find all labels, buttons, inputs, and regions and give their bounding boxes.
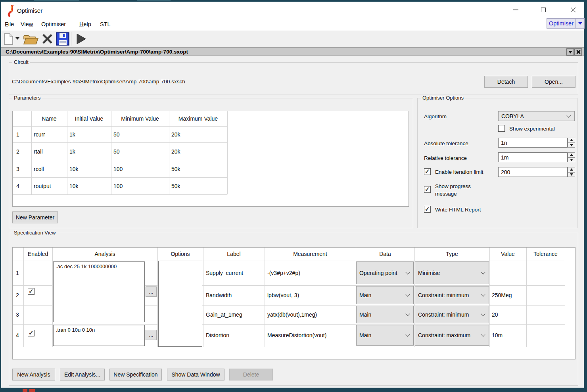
absolute-tolerance-input[interactable]: 1n [498,138,568,148]
window-selector-dropdown-button[interactable] [575,19,584,28]
chevron-down-icon [481,270,485,274]
spin-up-button[interactable] [568,167,575,172]
close-icon [576,50,581,54]
grid-line [13,261,565,261]
new-document-icon[interactable] [4,33,13,45]
save-floppy-icon[interactable] [56,32,69,46]
spec-label-cell[interactable]: Bandwidth [206,292,232,298]
menu-file[interactable]: File [5,21,14,27]
document-close-button[interactable] [574,48,582,56]
background-window-dash [34,0,79,1]
parameter-max-cell[interactable]: 50k [171,166,180,172]
optimiser-app-window: Optimiser File View Optimiser Help STL O… [1,2,584,388]
menu-help[interactable]: Help [79,21,91,27]
open-folder-icon[interactable] [23,34,39,45]
parameter-min-cell[interactable]: 50 [113,148,120,155]
parameter-name-cell[interactable]: routput [34,183,51,189]
row-number: 2 [16,292,19,298]
window-selector-combo[interactable]: Optimiser [547,18,585,29]
algorithm-label: Algorithm [424,113,447,119]
spin-down-button[interactable] [568,158,575,163]
parameter-initial-cell[interactable]: 1k [69,131,75,138]
spec-type-select[interactable]: Constraint: maximum [415,325,489,346]
delete-cross-icon[interactable] [41,33,54,45]
spec-data-select[interactable]: Main [356,325,414,346]
spec-value-cell[interactable]: 20 [492,311,498,318]
algorithm-select[interactable]: COBYLA [498,111,575,121]
spec-type-select[interactable]: Minimise [415,261,489,284]
menu-label-part: H [79,21,83,27]
analysis1-ellipsis-button[interactable]: ... [146,286,157,297]
new-document-dropdown-icon[interactable] [15,37,19,40]
parameter-max-cell[interactable]: 20k [171,148,180,155]
detach-button[interactable]: Detach [484,76,528,88]
grid-line [227,111,228,194]
spec-measurement-cell[interactable]: MeasureDistortion(vout) [267,332,326,338]
spec-value-cell[interactable]: 250Meg [492,292,512,298]
parameter-min-cell[interactable]: 100 [113,183,123,189]
spin-up-button[interactable] [568,138,575,143]
parameter-initial-cell[interactable]: 10k [69,166,79,172]
grid-line [203,248,203,347]
write-html-report-checkbox[interactable] [424,206,431,213]
parameter-name-cell[interactable]: rcoll [34,166,44,172]
show-progress-checkbox[interactable] [424,186,431,193]
spec-measurement-cell[interactable]: -(v3#p+v2#p) [267,270,300,276]
new-specification-button[interactable]: New Specification [109,369,162,380]
spin-down-button[interactable] [568,143,575,148]
window-title: Optimiser [17,7,42,14]
analysis2-text-box[interactable]: .tran 0 10u 0 10n [53,325,145,346]
options-box[interactable] [158,261,202,347]
document-collapse-button[interactable] [566,48,574,56]
spec-label-cell[interactable]: Supply_current [206,270,243,276]
spec-label-cell[interactable]: Gain_at_1meg [206,311,242,318]
spec-type-select[interactable]: Constraint: minimum [415,286,489,304]
spin-down-button[interactable] [568,172,575,177]
spec-data-select[interactable]: Operating point [356,261,414,284]
parameter-initial-cell[interactable]: 10k [69,183,79,189]
edit-analysis-button[interactable]: Edit Analysis... [60,369,105,380]
parameter-min-cell[interactable]: 50 [113,131,120,138]
spec-measurement-cell[interactable]: yatx(db(vout),1meg) [267,311,317,318]
open-button[interactable]: Open... [532,76,575,88]
menu-stl[interactable]: STL [100,21,111,27]
enable-iteration-limit-checkbox[interactable] [424,168,431,175]
spec-data-select[interactable]: Main [356,286,414,304]
close-button[interactable] [564,2,582,18]
parameter-name-cell[interactable]: rcurr [34,131,45,138]
analysis1-enabled-checkbox[interactable] [28,288,35,295]
parameter-min-cell[interactable]: 100 [113,166,123,172]
new-parameter-button[interactable]: New Parameter [12,211,58,223]
grid-line [67,111,67,194]
analysis1-text-box[interactable]: .ac dec 25 1k 1000000000 [53,261,145,322]
analysis2-ellipsis-button[interactable]: ... [146,330,157,340]
spin-up-button[interactable] [568,152,575,158]
show-experimental-checkbox[interactable] [498,125,505,132]
parameter-initial-cell[interactable]: 1k [69,148,75,155]
spec-label-cell[interactable]: Distortion [206,332,229,338]
iteration-limit-input[interactable]: 200 [498,167,568,177]
spec-data-select[interactable]: Main [356,306,414,323]
toolbar [1,31,584,47]
parameter-name-cell[interactable]: rtail [34,148,43,155]
parameter-max-cell[interactable]: 50k [171,183,180,189]
spec-measurement-cell[interactable]: lpbw(vout, 3) [267,292,299,298]
grid-line [169,111,169,194]
show-data-window-button[interactable]: Show Data Window [167,369,224,380]
minimize-button[interactable] [506,2,525,18]
menu-optimiser[interactable]: Optimiser [41,21,66,27]
absolute-tolerance-spinner[interactable] [568,138,575,148]
new-analysis-button[interactable]: New Analysis [12,369,55,380]
spec-type-select[interactable]: Constraint: minimum [415,306,489,323]
run-play-icon[interactable] [76,33,87,45]
analysis2-enabled-checkbox[interactable] [28,330,35,336]
relative-tolerance-input[interactable]: 1m [498,152,568,162]
parameter-max-cell[interactable]: 20k [171,131,180,138]
relative-tolerance-spinner[interactable] [568,152,575,162]
chevron-down-icon [578,22,582,25]
optimiser-options-group: Optimiser Options Algorithm COBYLA Show … [417,98,577,228]
iteration-limit-spinner[interactable] [568,167,575,177]
menu-view[interactable]: View [21,21,33,27]
maximize-button[interactable] [534,2,552,18]
spec-value-cell[interactable]: 10m [492,332,503,338]
